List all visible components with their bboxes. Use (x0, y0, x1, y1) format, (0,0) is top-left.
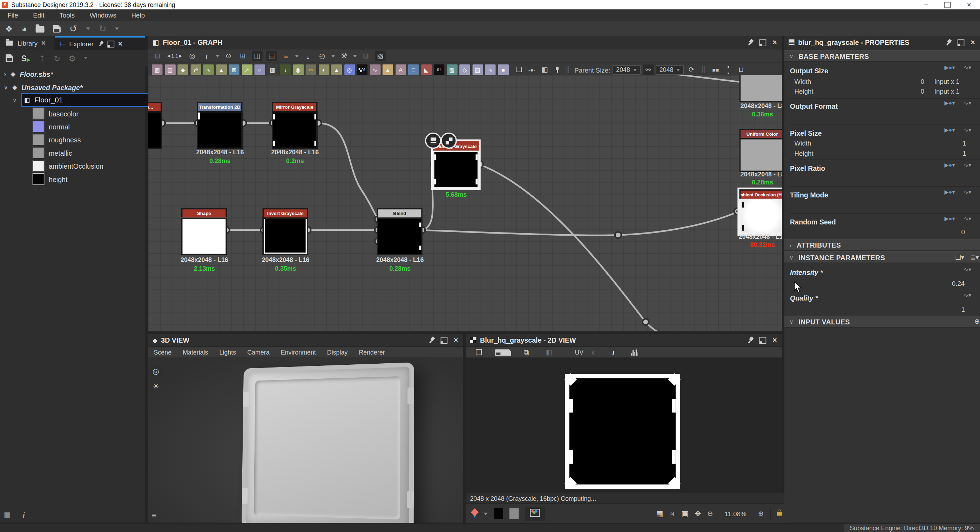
tools-menu-icon[interactable] (353, 55, 357, 57)
menu-tools[interactable]: Tools (52, 11, 82, 19)
menu-camera[interactable]: Camera (242, 349, 275, 356)
pan-icon[interactable]: ✥ (695, 509, 701, 518)
link-menu-icon[interactable] (295, 55, 299, 57)
histogram-icon[interactable] (625, 349, 644, 355)
info-menu-icon[interactable] (216, 55, 220, 57)
quality-value[interactable]: 1 (961, 306, 965, 313)
view2d-close-icon[interactable]: × (772, 336, 777, 344)
tree-item-package[interactable]: ∨ ◆ Unsaved Package* (0, 81, 149, 94)
properties-float-icon[interactable] (958, 39, 964, 46)
node-palette-button[interactable]: A (395, 65, 406, 75)
graph-node[interactable]: Shape 2048x2048 - L16 2.13ms (181, 208, 227, 255)
zoom-level[interactable]: 11.08% (719, 510, 752, 517)
wire-dot[interactable] (642, 319, 649, 325)
node-parameters-button[interactable] (425, 132, 441, 149)
node-align-icon[interactable]: ■■ (710, 65, 721, 75)
node-palette-button[interactable]: ◉ (293, 65, 303, 75)
copy-image-icon[interactable]: ⧉ (518, 348, 535, 357)
undo-icon[interactable]: ↺ (69, 24, 77, 33)
node-palette-button[interactable]: ◆ (177, 65, 188, 75)
export-image-icon[interactable]: ❐ (470, 348, 488, 357)
explorer-float-icon[interactable] (107, 40, 114, 47)
parent-size-height-select[interactable]: 2048 (655, 65, 684, 75)
menu-windows[interactable]: Windows (82, 11, 124, 19)
section-base-parameters[interactable]: ∨BASE PARAMETERS (784, 50, 980, 62)
explorer-pin-icon[interactable] (97, 40, 105, 48)
close-button[interactable]: × (967, 0, 972, 9)
quality-function-icon[interactable]: ∿▾ (964, 292, 972, 298)
dot-link-icon[interactable]: -●- (527, 65, 537, 75)
graph-node[interactable]: Invert Grayscale 2048x2048 - L16 0.35ms (262, 208, 308, 255)
save-icon[interactable] (53, 25, 60, 32)
graph-node[interactable]: Mirror Grayscale 2048x2048 - L16 0.2ms (272, 102, 317, 149)
view3d-viewport[interactable]: ◎ ☀ ≣ (148, 358, 463, 523)
node-palette-button[interactable]: ↓ (280, 65, 291, 75)
parent-size-width-select[interactable]: 2048 (612, 65, 641, 75)
menu-edit[interactable]: Edit (25, 11, 52, 19)
properties-close-icon[interactable]: × (970, 39, 975, 46)
graph-node[interactable]: Blend 2048x2048 - L16 0.28ms (377, 208, 423, 255)
intensity-function-icon[interactable]: ∿▾ (964, 266, 972, 272)
menu-lights[interactable]: Lights (214, 349, 242, 356)
menu-renderer[interactable]: Renderer (353, 349, 390, 356)
expand-icon[interactable]: ∨ (4, 84, 8, 91)
comment-icon[interactable]: ❏ (514, 65, 524, 75)
graph-node-selected[interactable]: Ambient Occlusion (HB... 2048x2048 - L16… (740, 190, 782, 234)
menu-materials[interactable]: Materials (177, 349, 213, 356)
intensity-value[interactable]: 0.24 (952, 279, 964, 287)
graph-canvas[interactable]: form G... - L16 s Transformation 2D 2048… (148, 75, 781, 331)
panel-settings-icon[interactable]: ▦ (4, 511, 11, 519)
output-size-options[interactable]: ▶●▾∿▾ (944, 65, 971, 71)
node-palette-button[interactable]: ∿ (203, 65, 213, 75)
node-palette-button[interactable]: □ (408, 65, 418, 75)
tab-explorer[interactable]: ⊢ Explorer × (55, 36, 145, 50)
node-palette-button[interactable]: ○ (254, 65, 265, 75)
connector-style-icon[interactable]: ⌞ (302, 51, 313, 61)
info-icon[interactable]: i (23, 511, 25, 518)
graph-close-icon[interactable]: × (772, 39, 777, 46)
menu-scene[interactable]: Scene (148, 349, 177, 356)
node-palette-button[interactable]: ▲ (331, 65, 342, 75)
output-width-inherit[interactable]: Input x 1 (934, 78, 960, 85)
expand-icon[interactable]: ∨ (13, 96, 17, 103)
pixel-size-options[interactable]: ▶●▾∿▾ (944, 127, 971, 133)
graph-name-edit-field[interactable]: ◧ Floor_01 (21, 93, 158, 107)
search-icon[interactable]: ⊙ (223, 51, 234, 61)
node-palette-button[interactable]: ↗ (242, 65, 252, 75)
properties-pin-icon[interactable] (943, 38, 953, 47)
node-palette-button[interactable]: ◐ (318, 65, 329, 75)
undo-menu-icon[interactable] (86, 27, 90, 30)
tiling-mode-options[interactable]: ▶●▾∿▾ (944, 189, 971, 195)
node-palette-button[interactable]: ⊠ (229, 65, 239, 75)
actual-size-icon[interactable]: ◄1:1► (166, 51, 183, 61)
snap-icon[interactable]: ⊔ (736, 65, 746, 75)
node-palette-button[interactable]: ◇ (459, 65, 470, 75)
display-gamma-icon[interactable] (525, 507, 545, 521)
size-link-icon[interactable]: ⚯ (643, 65, 653, 75)
node-palette-button[interactable]: ■ (498, 65, 508, 75)
view3d-pin-icon[interactable] (426, 335, 436, 345)
background-gray-swatch[interactable] (509, 508, 519, 519)
node-palette-button[interactable]: ▲ (216, 65, 226, 75)
node-palette-button[interactable]: 01 (434, 65, 444, 75)
graph-node-selected[interactable]: Blur HQ Grayscale 5.68ms (433, 141, 479, 188)
node-palette-button[interactable]: ▚01 (357, 65, 368, 75)
dot-node-icon[interactable]: ⊡ (360, 51, 371, 61)
node-palette-button[interactable]: ∿ (369, 65, 380, 75)
parameter-list-icon[interactable]: ≣▾ (970, 254, 979, 261)
menu-display[interactable]: Display (321, 349, 353, 356)
tab-library[interactable]: Library × (0, 36, 54, 50)
collapse-icon[interactable]: › (4, 70, 6, 78)
section-input-values[interactable]: ∨INPUT VALUES ⊕ (784, 315, 980, 328)
random-seed-options[interactable]: ▶●▾∿▾ (944, 216, 971, 222)
output-format-options[interactable]: ▶●▾∿▾ (944, 100, 971, 106)
link-creation-icon[interactable]: ∞ (280, 51, 291, 61)
section-instance-parameters[interactable]: ∨INSTANCE PARAMETERS ❑▾ ≣▾ (784, 252, 980, 263)
graph-node[interactable]: form G... - L16 s (148, 102, 162, 149)
explorer-save-icon[interactable] (6, 54, 13, 62)
restore-button[interactable] (944, 2, 951, 8)
node-palette-button[interactable]: ▧ (447, 65, 457, 75)
node-palette-button[interactable]: ▨ (152, 65, 162, 75)
node-palette-button[interactable]: ◣ (421, 65, 432, 75)
graph-node[interactable]: Transformation 2D 2048x2048 - L16 0.28ms (197, 102, 242, 149)
